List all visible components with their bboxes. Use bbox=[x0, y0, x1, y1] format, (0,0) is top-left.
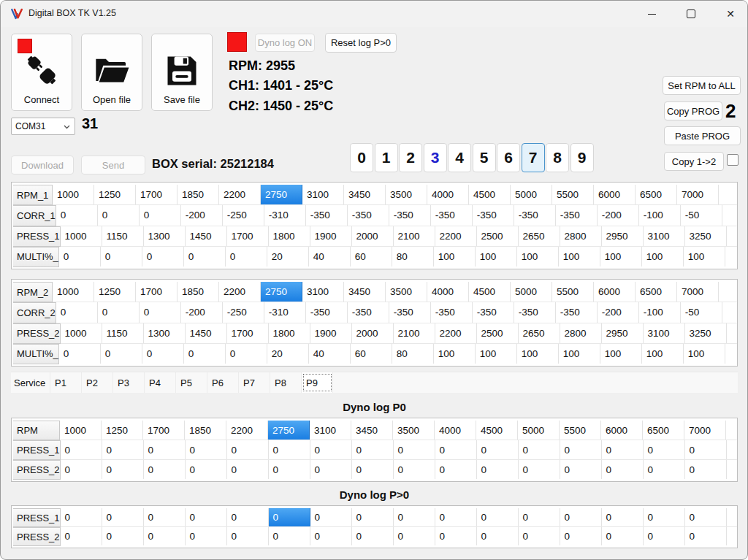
table-cell[interactable]: 0 bbox=[144, 508, 186, 526]
table-cell[interactable]: 6000 bbox=[594, 282, 636, 302]
table-cell[interactable]: 2100 bbox=[394, 323, 435, 343]
table-cell[interactable]: -50 bbox=[681, 205, 722, 225]
table-cell[interactable]: 0 bbox=[59, 344, 101, 364]
prog-button-4[interactable]: 4 bbox=[448, 143, 471, 172]
table-cell[interactable]: 1850 bbox=[178, 185, 219, 204]
table-cell[interactable]: 0 bbox=[394, 460, 435, 479]
table-cell[interactable]: 40 bbox=[309, 344, 351, 364]
table-cell[interactable]: 5000 bbox=[511, 185, 552, 204]
table-cell[interactable]: 2800 bbox=[560, 323, 602, 343]
table-cell[interactable]: -350 bbox=[514, 205, 556, 225]
table-cell[interactable]: 100 bbox=[559, 247, 600, 266]
table-cell[interactable]: 0 bbox=[269, 460, 310, 479]
table-cell-selected[interactable]: 0 bbox=[269, 508, 310, 526]
table-cell[interactable]: 0 bbox=[227, 508, 269, 526]
table-cell[interactable]: 0 bbox=[394, 527, 435, 545]
table-cell[interactable]: 0 bbox=[477, 440, 519, 459]
table-cell[interactable]: 1900 bbox=[310, 226, 352, 246]
table-cell[interactable]: 80 bbox=[392, 344, 434, 364]
table-cell[interactable]: 2950 bbox=[602, 323, 644, 343]
copy-1-to-2-button[interactable]: Copy 1->2 bbox=[664, 152, 724, 171]
table-cell[interactable]: 100 bbox=[476, 344, 517, 364]
table-cell[interactable]: 0 bbox=[560, 527, 602, 545]
table-cell[interactable]: 0 bbox=[394, 508, 435, 526]
table-cell[interactable]: -350 bbox=[556, 302, 598, 322]
prog-button-8[interactable]: 8 bbox=[546, 143, 569, 172]
table-cell[interactable]: 0 bbox=[519, 440, 560, 459]
table-cell[interactable]: 0 bbox=[435, 460, 477, 479]
table-cell[interactable]: 6500 bbox=[636, 185, 677, 204]
maximize-button[interactable] bbox=[674, 1, 708, 27]
tab-p9[interactable]: P9 bbox=[302, 372, 333, 393]
table-cell[interactable]: 0 bbox=[310, 508, 352, 526]
table-cell[interactable]: -100 bbox=[639, 205, 681, 225]
table-cell[interactable]: -350 bbox=[431, 205, 473, 225]
table-cell[interactable]: -350 bbox=[389, 302, 431, 322]
table-cell[interactable]: -200 bbox=[598, 205, 639, 225]
table-cell[interactable]: 3100 bbox=[644, 226, 685, 246]
table-cell[interactable]: 0 bbox=[61, 527, 102, 545]
table-cell[interactable]: 40 bbox=[309, 247, 351, 266]
table-cell[interactable]: 3250 bbox=[685, 323, 727, 343]
prog-button-6[interactable]: 6 bbox=[497, 143, 520, 172]
table-cell[interactable]: 1700 bbox=[136, 185, 178, 204]
table-cell[interactable]: 1000 bbox=[53, 185, 94, 204]
table-cell[interactable]: 4000 bbox=[427, 282, 469, 302]
table-cell[interactable]: 0 bbox=[227, 527, 269, 545]
table-cell[interactable]: 0 bbox=[102, 460, 144, 479]
table-cell[interactable]: -350 bbox=[473, 302, 514, 322]
download-button[interactable]: Download bbox=[11, 156, 74, 174]
table-cell[interactable]: 0 bbox=[477, 460, 519, 479]
table-cell[interactable]: 0 bbox=[477, 508, 519, 526]
table-cell[interactable]: 0 bbox=[56, 205, 98, 225]
table-cell[interactable]: -50 bbox=[681, 302, 722, 322]
table-cell[interactable]: 0 bbox=[685, 527, 727, 545]
table-cell[interactable]: 0 bbox=[144, 527, 186, 545]
table-cell[interactable]: 0 bbox=[435, 440, 477, 459]
prog-button-2[interactable]: 2 bbox=[399, 143, 422, 172]
table-cell[interactable]: 0 bbox=[98, 302, 140, 322]
table-cell[interactable]: 0 bbox=[56, 302, 98, 322]
open-file-button[interactable]: Open file bbox=[81, 34, 142, 111]
table-cell[interactable]: -200 bbox=[181, 302, 223, 322]
table-cell[interactable]: 3500 bbox=[386, 282, 427, 302]
table-cell[interactable]: 0 bbox=[101, 247, 142, 266]
table-cell[interactable]: 0 bbox=[61, 508, 102, 526]
table-cell[interactable]: 0 bbox=[685, 508, 727, 526]
table-cell[interactable]: 0 bbox=[98, 205, 140, 225]
table-cell[interactable]: 1800 bbox=[269, 226, 310, 246]
table-cell[interactable]: -200 bbox=[598, 302, 639, 322]
table-cell[interactable]: 20 bbox=[267, 247, 309, 266]
table-cell[interactable]: 1150 bbox=[102, 226, 144, 246]
table-cell[interactable]: 5000 bbox=[511, 282, 552, 302]
table-cell[interactable]: 0 bbox=[352, 527, 394, 545]
table-cell[interactable]: 0 bbox=[685, 460, 727, 479]
table-cell[interactable]: 2200 bbox=[219, 282, 261, 302]
table-cell[interactable]: -350 bbox=[473, 205, 514, 225]
table-cell[interactable]: 0 bbox=[560, 440, 602, 459]
prog-button-9[interactable]: 9 bbox=[570, 143, 594, 172]
table-cell[interactable]: 0 bbox=[184, 247, 226, 266]
table-cell[interactable]: 0 bbox=[186, 508, 227, 526]
tab-p4[interactable]: P4 bbox=[145, 372, 176, 393]
table-cell[interactable]: 1300 bbox=[144, 226, 186, 246]
table-cell-selected[interactable]: 2750 bbox=[268, 421, 310, 440]
table-cell[interactable]: 0 bbox=[352, 460, 394, 479]
table-cell[interactable]: 1000 bbox=[61, 226, 102, 246]
table-cell[interactable]: -350 bbox=[514, 302, 556, 322]
copy-1-to-2-checkbox[interactable] bbox=[727, 154, 739, 166]
table-cell[interactable]: 3250 bbox=[685, 226, 727, 246]
table-cell[interactable]: 5000 bbox=[518, 421, 560, 440]
table-cell[interactable]: 3500 bbox=[393, 421, 435, 440]
table-cell[interactable]: 1000 bbox=[53, 282, 94, 302]
table-cell[interactable]: 6500 bbox=[643, 421, 684, 440]
table-cell[interactable]: 1900 bbox=[310, 323, 352, 343]
table-cell[interactable]: 0 bbox=[560, 460, 602, 479]
table-cell[interactable]: 0 bbox=[644, 527, 685, 545]
table-cell[interactable]: 0 bbox=[140, 205, 181, 225]
table-cell[interactable]: 20 bbox=[267, 344, 309, 364]
table-cell[interactable]: 0 bbox=[186, 460, 227, 479]
table-cell[interactable]: 0 bbox=[102, 527, 144, 545]
table-cell[interactable]: -350 bbox=[348, 302, 389, 322]
table-cell[interactable]: 0 bbox=[519, 508, 560, 526]
